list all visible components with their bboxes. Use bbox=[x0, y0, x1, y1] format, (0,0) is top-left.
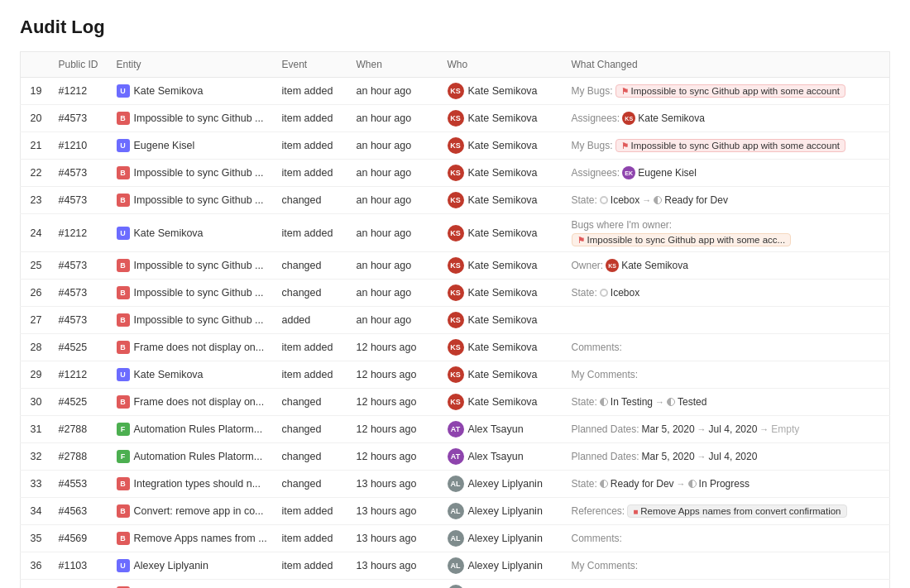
arrow-icon: → bbox=[655, 397, 664, 407]
table-row: 30 #4525 B Frame does not display on... … bbox=[21, 389, 890, 416]
table-row: 19 #1212 U Kate Semikova item added an h… bbox=[21, 78, 890, 105]
when-cell: an hour ago bbox=[348, 132, 439, 160]
who-name: Kate Semikova bbox=[468, 140, 538, 151]
table-row: 26 #4573 B Impossible to sync Github ...… bbox=[21, 280, 890, 307]
event-cell: changed bbox=[274, 187, 348, 214]
who-name: Kate Semikova bbox=[468, 342, 538, 353]
event-cell: item added bbox=[274, 132, 348, 160]
row-number: 27 bbox=[21, 307, 50, 334]
entity-cell: B Impossible to sync Github ... bbox=[108, 187, 274, 214]
entity-icon: U bbox=[117, 84, 130, 98]
what-cell: My Bugs: ⚑ Impossible to sync Github app… bbox=[563, 78, 890, 105]
what-cell: Comments: bbox=[563, 525, 890, 552]
who-cell: KS Kate Semikova bbox=[439, 214, 563, 252]
public-id: #1210 bbox=[50, 132, 108, 160]
arrow-icon: → bbox=[697, 424, 706, 434]
entity-name: Eugene Kisel bbox=[134, 140, 195, 151]
entity-cell: B Impossible to sync Github ... bbox=[108, 252, 274, 280]
who-cell: KS Kate Semikova bbox=[439, 389, 563, 416]
who-name: Kate Semikova bbox=[468, 194, 538, 206]
who-name: Alexey Liplyanin bbox=[468, 560, 543, 571]
table-row: 20 #4573 B Impossible to sync Github ...… bbox=[21, 105, 890, 132]
who-cell: KS Kate Semikova bbox=[439, 187, 563, 214]
what-label: Bugs where I'm owner: bbox=[572, 219, 673, 231]
avatar: KS bbox=[448, 137, 464, 154]
entity-icon: B bbox=[117, 259, 130, 272]
row-number: 34 bbox=[21, 498, 50, 525]
entity-icon: B bbox=[117, 194, 130, 207]
entity-icon: B bbox=[117, 112, 130, 125]
entity-icon: B bbox=[117, 477, 130, 490]
who-cell: AL Alexey Liplyanin bbox=[439, 471, 563, 498]
event-cell: item added bbox=[274, 214, 348, 252]
what-label: References: bbox=[572, 505, 625, 517]
avatar: AL bbox=[448, 585, 464, 588]
assignee-name: Eugene Kisel bbox=[638, 167, 697, 179]
public-id: #4573 bbox=[50, 252, 108, 280]
row-number: 30 bbox=[21, 389, 50, 416]
audit-log-table: Public ID Entity Event When Who What Cha… bbox=[20, 51, 890, 588]
avatar: KS bbox=[448, 284, 464, 301]
when-cell: 12 hours ago bbox=[348, 334, 439, 361]
ref-icon: ■ bbox=[633, 507, 638, 516]
event-cell: changed bbox=[274, 389, 348, 416]
who-name: Kate Semikova bbox=[468, 167, 538, 179]
avatar: KS bbox=[448, 165, 464, 181]
what-label: State: bbox=[572, 396, 597, 408]
entity-icon: F bbox=[117, 423, 130, 436]
who-name: Kate Semikova bbox=[468, 112, 538, 124]
row-number: 19 bbox=[21, 78, 50, 105]
who-name: Alexey Liplyanin bbox=[468, 533, 543, 544]
entity-name: Convert: remove app in co... bbox=[134, 505, 264, 517]
state-from: In Testing bbox=[611, 396, 653, 408]
what-cell: Comments: bbox=[563, 334, 890, 361]
row-number: 36 bbox=[21, 552, 50, 580]
what-cell: State: Ready for Dev → In Progress bbox=[563, 471, 890, 498]
what-label: State: bbox=[572, 287, 597, 299]
table-row: 21 #1210 U Eugene Kisel item added an ho… bbox=[21, 132, 890, 160]
who-cell: AT Alex Tsayun bbox=[439, 443, 563, 471]
what-cell: State: In Progress → Fixed bbox=[563, 580, 890, 589]
who-cell: AL Alexey Liplyanin bbox=[439, 552, 563, 580]
entity-name: Kate Semikova bbox=[134, 85, 204, 97]
when-cell: an hour ago bbox=[348, 307, 439, 334]
when-cell: an hour ago bbox=[348, 214, 439, 252]
entity-cell: B Remove Apps names from ... bbox=[108, 525, 274, 552]
who-cell: AT Alex Tsayun bbox=[439, 416, 563, 443]
entity-icon: U bbox=[117, 559, 130, 572]
entity-icon: B bbox=[117, 166, 130, 179]
who-name: Alex Tsayun bbox=[468, 423, 524, 435]
table-row: 23 #4573 B Impossible to sync Github ...… bbox=[21, 187, 890, 214]
state-dot bbox=[654, 196, 662, 204]
date-from: Mar 5, 2020 bbox=[642, 451, 695, 462]
entity-name: Frame does not display on... bbox=[134, 342, 265, 353]
event-cell: changed bbox=[274, 580, 348, 589]
entity-cell: B Impossible to sync Github ... bbox=[108, 160, 274, 187]
entity-cell: F Automation Rules Platorm... bbox=[108, 443, 274, 471]
row-number: 33 bbox=[21, 471, 50, 498]
event-cell: changed bbox=[274, 280, 348, 307]
what-cell: State: Icebox bbox=[563, 280, 890, 307]
who-cell: KS Kate Semikova bbox=[439, 252, 563, 280]
assignee-name: Kate Semikova bbox=[638, 112, 705, 124]
when-cell: an hour ago bbox=[348, 252, 439, 280]
entity-name: Alexey Liplyanin bbox=[134, 560, 208, 571]
public-id: #4525 bbox=[50, 334, 108, 361]
table-row: 29 #1212 U Kate Semikova item added 12 h… bbox=[21, 361, 890, 389]
who-name: Kate Semikova bbox=[468, 287, 538, 299]
who-name: Kate Semikova bbox=[468, 369, 538, 380]
event-cell: item added bbox=[274, 552, 348, 580]
entity-cell: B Frame does not display on... bbox=[108, 389, 274, 416]
row-number: 26 bbox=[21, 280, 50, 307]
public-id: #4563 bbox=[50, 498, 108, 525]
event-cell: item added bbox=[274, 105, 348, 132]
row-number: 24 bbox=[21, 214, 50, 252]
entity-name: Frame does not display on... bbox=[134, 396, 265, 408]
what-cell: State: Icebox → Ready for Dev bbox=[563, 187, 890, 214]
small-avatar: EK bbox=[622, 166, 635, 179]
what-label: Comments: bbox=[572, 533, 622, 544]
entity-icon: U bbox=[117, 139, 130, 152]
state-to: In Progress bbox=[699, 478, 750, 490]
entity-cell: U Eugene Kisel bbox=[108, 132, 274, 160]
table-row: 31 #2788 F Automation Rules Platorm... c… bbox=[21, 416, 890, 443]
